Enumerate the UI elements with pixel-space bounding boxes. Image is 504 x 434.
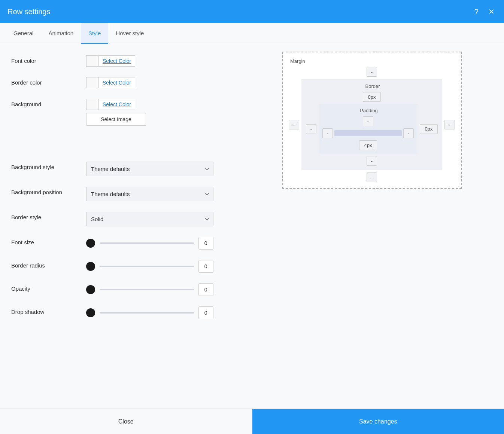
- background-position-label: Background position: [11, 187, 86, 195]
- margin-right-input[interactable]: -: [444, 120, 455, 129]
- border-radius-control: 0: [86, 260, 228, 273]
- font-color-label: Font color: [11, 55, 86, 64]
- border-label: Border: [364, 83, 380, 89]
- margin-middle-row: - Border -: [289, 79, 455, 170]
- border-style-control: Solid Dashed Dotted None: [86, 212, 228, 226]
- padding-top-input[interactable]: -: [363, 116, 373, 126]
- border-top-row: [363, 92, 381, 102]
- tab-hover-style[interactable]: Hover style: [108, 23, 151, 44]
- drop-shadow-slider-dot: [86, 308, 95, 317]
- close-icon[interactable]: ✕: [486, 6, 497, 17]
- padding-top-row: -: [363, 116, 373, 126]
- border-container: Border - Padd: [301, 79, 442, 170]
- font-color-swatch[interactable]: [86, 55, 99, 67]
- margin-bottom-input[interactable]: -: [367, 172, 377, 182]
- background-position-control: Theme defaults Top left Center center Bo…: [86, 187, 228, 201]
- border-color-button-group: Select Color: [86, 77, 146, 88]
- page-title: Row settings: [7, 7, 51, 16]
- left-panel: Font color Select Color Border color Sel…: [0, 44, 240, 409]
- drop-shadow-slider[interactable]: [100, 312, 194, 314]
- tab-animation[interactable]: Animation: [41, 23, 81, 44]
- border-bottom-row: -: [367, 156, 377, 166]
- tab-general[interactable]: General: [6, 23, 41, 44]
- opacity-control: 0: [86, 283, 228, 296]
- border-color-swatch[interactable]: [86, 77, 99, 88]
- background-style-control: Theme defaults Cover Contain Auto: [86, 162, 228, 176]
- header: Row settings ? ✕: [0, 0, 504, 23]
- border-middle-row: - Padding -: [306, 104, 438, 154]
- help-icon[interactable]: ?: [471, 6, 482, 17]
- font-color-button-group: Select Color: [86, 55, 146, 67]
- background-color-button-group: Select Color: [86, 99, 146, 110]
- border-radius-value: 0: [198, 260, 213, 273]
- margin-container: - - Border: [289, 67, 455, 182]
- font-color-control: Select Color: [86, 55, 228, 67]
- opacity-slider-dot: [86, 285, 95, 294]
- margin-top-row: -: [367, 67, 377, 77]
- padding-right-input[interactable]: -: [403, 128, 414, 138]
- background-position-select[interactable]: Theme defaults Top left Center center Bo…: [86, 187, 213, 201]
- opacity-row: Opacity 0: [11, 283, 228, 296]
- right-panel: Margin - - Border: [240, 44, 504, 409]
- border-color-row: Border color Select Color: [11, 77, 228, 88]
- font-size-slider-row: 0: [86, 237, 213, 250]
- opacity-slider[interactable]: [100, 289, 194, 290]
- opacity-slider-row: 0: [86, 283, 213, 296]
- border-bottom-input[interactable]: -: [367, 156, 377, 166]
- padding-bottom-input[interactable]: [359, 140, 377, 150]
- background-label: Background: [11, 99, 86, 107]
- background-color-swatch[interactable]: [86, 99, 99, 110]
- content-area: Font color Select Color Border color Sel…: [0, 44, 504, 409]
- drop-shadow-value: 0: [198, 306, 213, 319]
- border-right-input[interactable]: [420, 124, 438, 134]
- border-top-input[interactable]: [363, 92, 381, 102]
- select-image-btn[interactable]: Select Image: [86, 113, 146, 126]
- padding-bottom-row: [359, 140, 377, 150]
- border-color-label: Border color: [11, 77, 86, 86]
- close-button[interactable]: Close: [0, 409, 252, 434]
- tabs-bar: General Animation Style Hover style: [0, 23, 504, 44]
- opacity-value: 0: [198, 283, 213, 296]
- spacing-diagram: Margin - - Border: [282, 52, 462, 189]
- border-color-btn[interactable]: Select Color: [99, 77, 135, 88]
- drop-shadow-row: Drop shadow 0: [11, 306, 228, 319]
- background-style-select[interactable]: Theme defaults Cover Contain Auto: [86, 162, 213, 176]
- padding-content-area: [334, 130, 402, 136]
- font-size-control: 0: [86, 237, 228, 250]
- save-button[interactable]: Save changes: [252, 409, 504, 434]
- padding-label: Padding: [358, 108, 378, 113]
- font-color-btn[interactable]: Select Color: [99, 55, 135, 67]
- border-radius-slider-row: 0: [86, 260, 213, 273]
- font-color-row: Font color Select Color: [11, 55, 228, 67]
- background-preview-area: [86, 129, 228, 151]
- border-radius-label: Border radius: [11, 260, 86, 269]
- font-size-slider-dot: [86, 239, 95, 248]
- footer: Close Save changes: [0, 409, 504, 434]
- margin-left-input[interactable]: -: [289, 120, 299, 129]
- header-actions: ? ✕: [471, 6, 497, 17]
- drop-shadow-label: Drop shadow: [11, 306, 86, 315]
- background-style-label: Background style: [11, 162, 86, 170]
- font-size-row: Font size 0: [11, 237, 228, 250]
- font-size-slider[interactable]: [100, 242, 194, 244]
- margin-top-input[interactable]: -: [367, 67, 377, 77]
- background-style-row: Background style Theme defaults Cover Co…: [11, 162, 228, 176]
- border-style-select[interactable]: Solid Dashed Dotted None: [86, 212, 213, 226]
- border-style-label: Border style: [11, 212, 86, 220]
- font-size-label: Font size: [11, 237, 86, 245]
- padding-container: Padding - - -: [319, 104, 418, 154]
- padding-left-input[interactable]: -: [322, 128, 333, 138]
- tab-style[interactable]: Style: [81, 23, 108, 44]
- border-color-control: Select Color: [86, 77, 228, 88]
- border-radius-slider[interactable]: [100, 266, 194, 267]
- background-row: Background Select Color Select Image: [11, 99, 228, 151]
- drop-shadow-slider-row: 0: [86, 306, 213, 319]
- margin-label: Margin: [289, 58, 455, 64]
- background-color-btn[interactable]: Select Color: [99, 99, 135, 110]
- padding-middle-row: - -: [322, 128, 414, 138]
- border-radius-slider-dot: [86, 262, 95, 271]
- background-control: Select Color Select Image: [86, 99, 228, 151]
- border-radius-row: Border radius 0: [11, 260, 228, 273]
- border-left-input[interactable]: -: [306, 124, 316, 134]
- drop-shadow-control: 0: [86, 306, 228, 319]
